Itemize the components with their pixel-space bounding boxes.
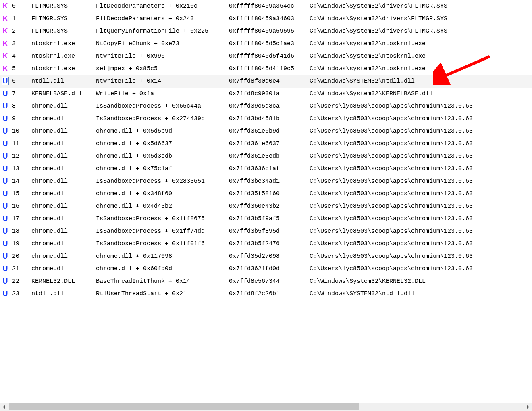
stack-frame-row[interactable]: K0FLTMGR.SYSFltDecodeParameters + 0x210c… (0, 0, 532, 13)
kernel-mode-icon: K (2, 52, 9, 60)
frame-function: IsSandboxedProcess + 0x1ff8675 (96, 213, 229, 225)
frame-module: chrome.dll (31, 100, 96, 113)
frame-index: 16 (10, 200, 31, 213)
frame-module: chrome.dll (31, 175, 96, 188)
frame-function: BaseThreadInitThunk + 0x14 (96, 275, 229, 288)
frame-function: chrome.dll + 0x75c1af (96, 163, 229, 175)
stack-frame-row[interactable]: U18chrome.dllIsSandboxedProcess + 0x1ff7… (0, 225, 532, 238)
frame-index: 3 (10, 38, 31, 50)
frame-path: C:\Users\lyc8503\scoop\apps\chromium\123… (310, 138, 532, 150)
frame-address: 0xfffff8045d4119c5 (229, 63, 310, 75)
stack-frame-row[interactable]: K1FLTMGR.SYSFltDecodeParameters + 0x2430… (0, 13, 532, 25)
frame-address: 0xfffff80459a34603 (229, 13, 310, 25)
stack-frame-row[interactable]: U17chrome.dllIsSandboxedProcess + 0x1ff8… (0, 213, 532, 225)
frame-module: ntoskrnl.exe (31, 50, 96, 63)
frame-index: 14 (10, 175, 31, 188)
frame-address: 0xfffff80459a69595 (229, 25, 310, 38)
stack-frame-row[interactable]: U13chrome.dllchrome.dll + 0x75c1af0x7ffd… (0, 163, 532, 175)
stack-frame-row[interactable]: K5ntoskrnl.exesetjmpex + 0x85c50xfffff80… (0, 63, 532, 75)
frame-index: 19 (10, 238, 31, 250)
frame-path: C:\Users\lyc8503\scoop\apps\chromium\123… (310, 263, 532, 275)
frame-path: C:\Users\lyc8503\scoop\apps\chromium\123… (310, 213, 532, 225)
stack-frame-row[interactable]: K4ntoskrnl.exeNtWriteFile + 0x9960xfffff… (0, 50, 532, 63)
frame-address: 0x7ffd3b5f895d (229, 225, 310, 238)
frame-function: IsSandboxedProcess + 0x2833651 (96, 175, 229, 188)
scroll-track[interactable] (9, 403, 523, 411)
frame-path: C:\Windows\system32\ntoskrnl.exe (310, 50, 532, 63)
user-mode-icon: U (2, 277, 9, 285)
stack-frame-row[interactable]: U16chrome.dllchrome.dll + 0x4d43b20x7ffd… (0, 200, 532, 213)
user-mode-icon: U (2, 165, 9, 172)
frame-address: 0x7ffd8e567344 (229, 275, 310, 288)
frame-index: 1 (10, 13, 31, 25)
frame-module: chrome.dll (31, 238, 96, 250)
frame-path: C:\Windows\System32\drivers\FLTMGR.SYS (310, 13, 532, 25)
frame-index: 17 (10, 213, 31, 225)
stack-frame-row[interactable]: U23ntdll.dllRtlUserThreadStart + 0x210x7… (0, 288, 532, 300)
frame-address: 0x7ffd3636c1af (229, 163, 310, 175)
frame-module: FLTMGR.SYS (31, 13, 96, 25)
frame-index: 4 (10, 50, 31, 63)
frame-address: 0x7ffd3be34ad1 (229, 175, 310, 188)
stack-frame-row[interactable]: U15chrome.dllchrome.dll + 0x348f600x7ffd… (0, 188, 532, 200)
frame-path: C:\Windows\system32\ntoskrnl.exe (310, 63, 532, 75)
scroll-left-button[interactable] (0, 403, 9, 411)
frame-path: C:\Windows\System32\KERNEL32.DLL (310, 275, 532, 288)
stack-frame-row[interactable]: U8chrome.dllIsSandboxedProcess + 0x65c44… (0, 100, 532, 113)
stack-frame-row[interactable]: K2FLTMGR.SYSFltQueryInformationFile + 0x… (0, 25, 532, 38)
user-mode-icon: U (2, 177, 9, 185)
frame-index: 21 (10, 263, 31, 275)
stack-frame-row[interactable]: U9chrome.dllIsSandboxedProcess + 0x27443… (0, 113, 532, 125)
horizontal-scrollbar[interactable] (0, 402, 532, 411)
frame-path: C:\Users\lyc8503\scoop\apps\chromium\123… (310, 225, 532, 238)
stack-frame-row[interactable]: U19chrome.dllIsSandboxedProcess + 0x1ff0… (0, 238, 532, 250)
frame-address: 0x7ffd8c99301a (229, 88, 310, 100)
stack-frame-row[interactable]: U20chrome.dllchrome.dll + 0x1170980x7ffd… (0, 250, 532, 263)
frame-module: FLTMGR.SYS (31, 0, 96, 13)
frame-module: chrome.dll (31, 125, 96, 138)
frame-module: chrome.dll (31, 163, 96, 175)
frame-address: 0x7ffd35f58f60 (229, 188, 310, 200)
frame-address: 0x7ffd3b5f2476 (229, 238, 310, 250)
frame-module: FLTMGR.SYS (31, 25, 96, 38)
stack-frame-row[interactable]: U6ntdll.dllNtWriteFile + 0x140x7ffd8f30d… (0, 75, 532, 88)
frame-path: C:\Users\lyc8503\scoop\apps\chromium\123… (310, 175, 532, 188)
stack-frames-pane[interactable]: K0FLTMGR.SYSFltDecodeParameters + 0x210c… (0, 0, 532, 402)
frame-index: 18 (10, 225, 31, 238)
frame-function: NtCopyFileChunk + 0xe73 (96, 38, 229, 50)
frame-function: FltQueryInformationFile + 0x225 (96, 25, 229, 38)
frame-function: NtWriteFile + 0x14 (96, 75, 229, 88)
frame-function: IsSandboxedProcess + 0x1ff74dd (96, 225, 229, 238)
user-mode-icon: U (2, 227, 9, 235)
frame-address: 0x7ffd35d27098 (229, 250, 310, 263)
frame-index: 6 (10, 75, 31, 88)
frame-index: 22 (10, 275, 31, 288)
scroll-right-button[interactable] (523, 403, 532, 411)
scroll-thumb[interactable] (9, 403, 359, 410)
stack-frame-row[interactable]: U12chrome.dllchrome.dll + 0x5d3edb0x7ffd… (0, 150, 532, 163)
stack-frame-row[interactable]: U21chrome.dllchrome.dll + 0x60fd0d0x7ffd… (0, 263, 532, 275)
frame-path: C:\Windows\System32\drivers\FLTMGR.SYS (310, 25, 532, 38)
frame-path: C:\Users\lyc8503\scoop\apps\chromium\123… (310, 113, 532, 125)
frame-path: C:\Windows\System32\drivers\FLTMGR.SYS (310, 0, 532, 13)
frame-address: 0x7ffd361e6637 (229, 138, 310, 150)
frame-module: ntdll.dll (31, 288, 96, 300)
frame-index: 13 (10, 163, 31, 175)
frame-path: C:\Users\lyc8503\scoop\apps\chromium\123… (310, 163, 532, 175)
frame-index: 15 (10, 188, 31, 200)
stack-frame-row[interactable]: U22KERNEL32.DLLBaseThreadInitThunk + 0x1… (0, 275, 532, 288)
stack-frame-row[interactable]: U11chrome.dllchrome.dll + 0x5d66370x7ffd… (0, 138, 532, 150)
stack-frame-row[interactable]: U10chrome.dllchrome.dll + 0x5d5b9d0x7ffd… (0, 125, 532, 138)
frame-address: 0xfffff8045d5f41d6 (229, 50, 310, 63)
stack-frame-row[interactable]: K3ntoskrnl.exeNtCopyFileChunk + 0xe730xf… (0, 38, 532, 50)
user-mode-icon: U (2, 265, 9, 272)
stack-frame-row[interactable]: U7KERNELBASE.dllWriteFile + 0xfa0x7ffd8c… (0, 88, 532, 100)
frame-address: 0xfffff8045d5cfae3 (229, 38, 310, 50)
user-mode-icon: U (2, 202, 9, 210)
stack-frame-row[interactable]: U14chrome.dllIsSandboxedProcess + 0x2833… (0, 175, 532, 188)
frame-module: KERNELBASE.dll (31, 88, 96, 100)
frame-module: chrome.dll (31, 250, 96, 263)
frame-path: C:\Users\lyc8503\scoop\apps\chromium\123… (310, 150, 532, 163)
frame-module: chrome.dll (31, 263, 96, 275)
frame-index: 11 (10, 138, 31, 150)
